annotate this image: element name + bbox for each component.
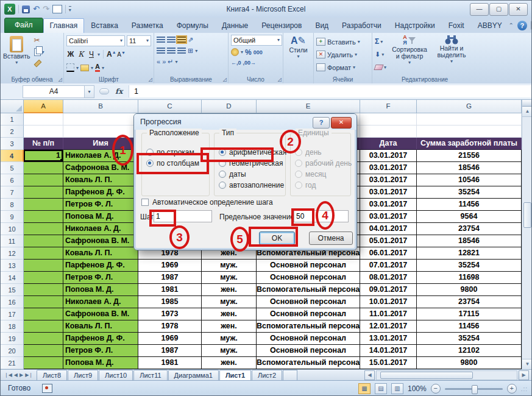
cell-G18[interactable]: 11456 [417,320,522,333]
merge-center-icon[interactable]: ⊞ [188,47,193,55]
align-middle-icon[interactable] [167,37,176,43]
zoom-out-button[interactable]: − [431,384,441,394]
cell-C14[interactable]: 1987 [138,272,202,284]
name-box-dropdown-icon[interactable]: ▾ [85,85,94,98]
cell-B11[interactable]: Сафронова В. М. [63,235,138,247]
row-header-3[interactable]: 3 [1,138,24,150]
cell-G6[interactable]: 10546 [417,174,522,186]
align-top-icon[interactable] [157,37,165,43]
cell-G2[interactable] [417,126,522,138]
dialog-launcher-icon[interactable]: ◿ [278,77,282,82]
currency-icon[interactable] [231,48,239,56]
tab-ABBYY PDF T[interactable]: ABBYY PDF T [471,18,509,33]
prev-sheet-icon[interactable]: ◀ [14,372,18,378]
dialog-launcher-icon[interactable]: ◿ [149,77,152,82]
styles-button[interactable]: А✎ Стили ▾ [286,35,311,59]
shrink-font-button[interactable]: А▼ [117,51,126,58]
zoom-slider-thumb[interactable] [472,385,478,394]
row-header-16[interactable]: 16 [1,296,24,308]
cell-D20[interactable]: муж. [202,345,257,357]
scroll-up-icon[interactable]: ▲ [522,107,532,117]
sheet-tab-Лист8[interactable]: Лист8 [37,370,67,380]
cell-F11[interactable]: 05.01.2017 [360,235,417,247]
cell-A11[interactable] [24,235,63,247]
sheet-tab-Лист2[interactable]: Лист2 [252,370,282,380]
cell-A1[interactable] [24,113,63,126]
cell-C15[interactable]: 1981 [138,284,202,296]
cell-C18[interactable]: 1978 [138,320,202,333]
cell-B17[interactable]: Сафронова В. М. [63,308,138,320]
row-header-21[interactable]: 21 [1,357,24,369]
cell-D15[interactable]: жен. [202,284,257,296]
cell-A14[interactable] [24,272,63,284]
comma-style-icon[interactable]: 000 [254,49,263,55]
row-header-5[interactable]: 5 [1,162,24,174]
tab-Данные[interactable]: Данные [215,18,255,33]
minimize-ribbon-icon[interactable]: ⌃ [509,22,514,29]
cell-F15[interactable]: 09.01.2017 [360,284,417,296]
dialog-close-button[interactable]: ✕ [331,117,352,129]
cell-A16[interactable] [24,296,63,308]
cell-G3[interactable]: Сумма заработной платы [417,138,522,150]
percent-icon[interactable]: % [245,48,252,57]
vertical-scrollbar[interactable]: ▲ ▼ [522,100,532,369]
chevron-down-icon[interactable]: ▾ [98,52,100,57]
copy-button[interactable]: ▾ [34,46,44,57]
name-box[interactable]: A4 [23,85,85,98]
scroll-down-icon[interactable]: ▼ [522,359,532,369]
cell-D19[interactable]: муж. [202,333,257,345]
macro-record-icon[interactable] [42,384,52,393]
cell-G5[interactable]: 18546 [417,162,522,174]
tab-Foxit PDF[interactable]: Foxit PDF [442,18,471,33]
cell-B14[interactable]: Петров Ф. Л. [63,272,138,284]
tab-Файл[interactable]: Файл [4,18,43,33]
zoom-level[interactable]: 100% [408,384,427,393]
row-header-9[interactable]: 9 [1,211,24,223]
cell-C13[interactable]: 1969 [138,260,202,272]
align-center-icon[interactable] [167,48,176,54]
tab-Разметка ст[interactable]: Разметка ст [125,18,170,33]
cell-B6[interactable]: Коваль Л. П. [63,174,138,186]
cell-G17[interactable]: 17115 [417,308,522,320]
cell-A2[interactable] [24,126,63,138]
minimize-button[interactable]: — [470,3,489,16]
cell-G19[interactable]: 35254 [417,333,522,345]
cell-G15[interactable]: 9800 [417,284,522,296]
row-header-1[interactable]: 1 [1,113,24,126]
insert-function-icon[interactable]: fx [115,87,122,96]
cell-F6[interactable]: 03.01.2017 [360,174,417,186]
horizontal-scrollbar[interactable]: ◀ ▶ [364,370,531,380]
last-sheet-icon[interactable]: ▶❘ [25,372,33,378]
cell-A20[interactable] [24,345,63,357]
insert-sheet-tab[interactable] [283,370,297,380]
cell-F1[interactable] [360,113,417,126]
cell-F8[interactable]: 03.01.2017 [360,199,417,211]
wrap-text-icon[interactable]: ↵ [168,58,173,66]
split-handle[interactable] [522,100,532,107]
italic-button[interactable]: К [77,50,85,58]
paste-button[interactable]: Вставить ▾ [3,35,30,69]
cell-A6[interactable] [24,174,63,186]
cell-G13[interactable]: 35254 [417,260,522,272]
sort-filter-button[interactable]: АЯ Сортировка и фильтр ▾ [389,35,430,72]
cell-D21[interactable]: жен. [202,357,257,369]
row-header-14[interactable]: 14 [1,272,24,284]
borders-icon[interactable] [66,63,74,72]
cell-A8[interactable] [24,199,63,211]
sheet-tab-Лист1[interactable]: Лист1 [219,370,251,380]
row-header-6[interactable]: 6 [1,174,24,186]
cell-G1[interactable] [417,113,522,126]
cell-G21[interactable]: 9800 [417,357,522,369]
format-painter-button[interactable] [34,58,44,69]
cell-F18[interactable]: 12.01.2017 [360,320,417,333]
dialog-launcher-icon[interactable]: ◿ [59,77,62,82]
sheet-tab-Лист10[interactable]: Лист10 [99,370,133,380]
format-cells-button[interactable]: Формат▾ [316,62,369,73]
find-select-button[interactable]: Найти и выделить ▾ [433,35,470,72]
horizontal-scroll-track[interactable] [376,370,517,380]
vertical-scroll-thumb[interactable] [523,202,531,228]
row-header-13[interactable]: 13 [1,260,24,272]
cut-button[interactable]: ✂ [34,35,44,46]
cell-G10[interactable]: 23754 [417,223,522,235]
align-bottom-icon[interactable] [177,37,186,43]
